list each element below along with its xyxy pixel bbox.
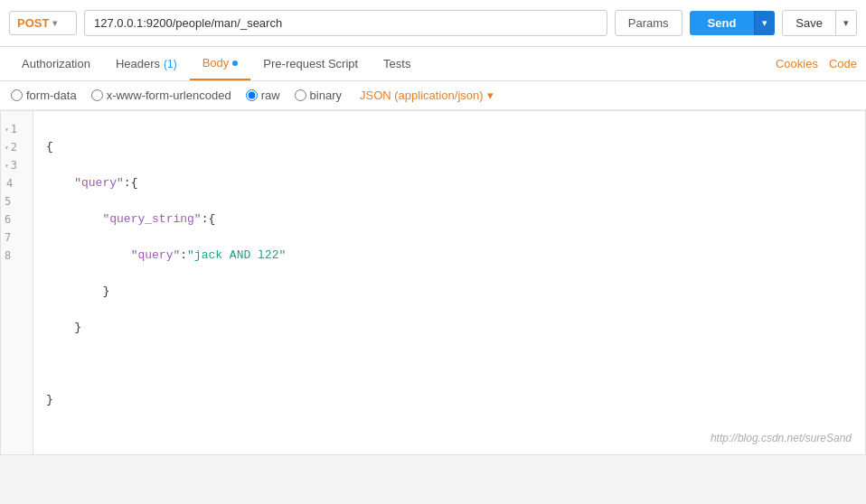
- method-chevron-icon: ▾: [52, 18, 57, 28]
- tabs-right: Cookies Code: [776, 57, 857, 70]
- line-5: 5: [1, 192, 33, 210]
- save-group: Save ▾: [782, 10, 857, 36]
- watermark: http://blog.csdn.net/sureSand: [711, 432, 852, 444]
- binary-option[interactable]: binary: [295, 89, 342, 102]
- line-8: 8: [1, 247, 33, 265]
- editor-area[interactable]: ▾ 1 ▾ 2 ▾ 3 4 5 6 7: [0, 110, 866, 455]
- tab-authorization[interactable]: Authorization: [9, 48, 103, 79]
- tab-body[interactable]: Body: [190, 47, 251, 80]
- top-bar: POST ▾ Params Send ▾ Save ▾: [0, 0, 866, 47]
- line-4: 4: [1, 174, 33, 192]
- arrow-1: ▾: [5, 126, 9, 134]
- params-button[interactable]: Params: [615, 10, 682, 36]
- raw-option[interactable]: raw: [246, 89, 280, 102]
- line-1: ▾ 1: [1, 120, 33, 138]
- method-select[interactable]: POST ▾: [9, 11, 77, 35]
- save-dropdown-button[interactable]: ▾: [835, 11, 856, 35]
- headers-badge: (1): [164, 58, 177, 70]
- line-7: 7: [1, 229, 33, 247]
- arrow-2: ▾: [5, 144, 9, 152]
- code-line-3: "query_string":{: [46, 210, 852, 229]
- line-numbers: ▾ 1 ▾ 2 ▾ 3 4 5 6 7: [1, 111, 33, 454]
- cookies-link[interactable]: Cookies: [776, 57, 818, 70]
- code-line-4: "query":"jack AND l22": [46, 247, 852, 265]
- json-format-label: JSON (application/json): [360, 89, 484, 102]
- form-data-option[interactable]: form-data: [11, 89, 77, 102]
- line-2: ▾ 2: [1, 138, 33, 156]
- send-button[interactable]: Send: [690, 11, 755, 35]
- save-button[interactable]: Save: [783, 11, 835, 35]
- body-options: form-data x-www-form-urlencoded raw bina…: [0, 81, 866, 110]
- line-6: 6: [1, 210, 33, 229]
- url-input[interactable]: [84, 10, 607, 36]
- code-line-2: "query":{: [46, 174, 852, 192]
- tabs-bar: Authorization Headers (1) Body Pre-reque…: [0, 47, 866, 81]
- arrow-3: ▾: [5, 162, 9, 170]
- code-line-1: {: [46, 138, 852, 156]
- code-line-7: [46, 355, 852, 373]
- code-line-5: }: [46, 283, 852, 301]
- tab-pre-request[interactable]: Pre-request Script: [250, 48, 371, 79]
- method-label: POST: [17, 16, 49, 30]
- body-dot: [232, 61, 238, 66]
- tab-tests[interactable]: Tests: [371, 48, 423, 79]
- send-dropdown-button[interactable]: ▾: [754, 11, 775, 35]
- json-format-select[interactable]: JSON (application/json) ▾: [360, 89, 494, 102]
- editor-wrapper: ▾ 1 ▾ 2 ▾ 3 4 5 6 7: [0, 110, 866, 455]
- code-line-6: }: [46, 319, 852, 337]
- code-link[interactable]: Code: [829, 57, 857, 70]
- json-format-chevron-icon: ▾: [487, 89, 494, 102]
- code-line-8: }: [46, 391, 852, 409]
- tab-headers[interactable]: Headers (1): [103, 48, 190, 79]
- send-group: Send ▾: [690, 11, 776, 35]
- code-content: { "query":{ "query_string":{ "query":"ja…: [33, 111, 865, 454]
- line-3: ▾ 3: [1, 156, 33, 174]
- urlencoded-option[interactable]: x-www-form-urlencoded: [91, 89, 231, 102]
